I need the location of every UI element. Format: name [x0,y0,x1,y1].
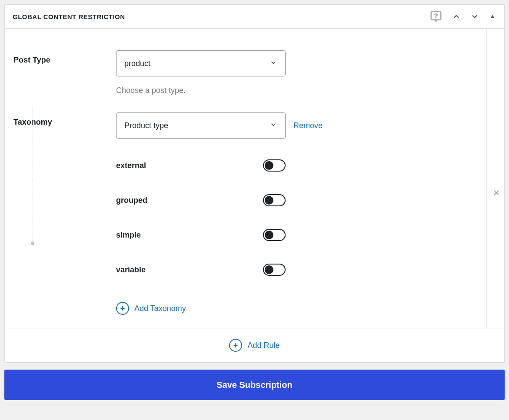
toggle-grouped[interactable] [263,194,286,206]
taxonomy-select-wrap: Product type Remove [116,112,478,139]
content-area: Post Type product Choose a post type. [5,29,487,328]
chevron-down-icon [269,59,277,69]
panel-body: Post Type product Choose a post type. [5,29,504,362]
toggle-simple[interactable] [263,229,286,241]
tree-dot [31,241,34,245]
add-taxonomy-button[interactable]: Add Taxonomy [116,302,478,315]
taxonomy-label: Taxonomy [13,112,116,127]
toggle-knob [265,265,273,274]
add-taxonomy-label: Add Taxonomy [134,304,186,313]
chevron-down-icon[interactable] [470,12,479,21]
taxonomy-option-label: simple [116,231,141,240]
svg-text:?: ? [434,12,438,19]
save-subscription-button[interactable]: Save Subscription [4,370,505,400]
toggle-knob [265,231,273,239]
tree-line [33,106,33,243]
help-icon[interactable]: ? [429,10,442,23]
taxonomy-option-label: external [116,161,146,170]
remove-taxonomy-link[interactable]: Remove [293,121,323,130]
taxonomy-option-row: variable [116,264,286,276]
chevron-up-icon[interactable] [452,12,461,21]
panel-header-actions: ? [429,10,496,23]
taxonomy-option-label: grouped [116,196,147,205]
panel-footer: Add Rule [5,328,504,362]
add-rule-label: Add Rule [247,341,279,350]
post-type-label: Post Type [13,50,116,65]
toggle-knob [265,161,273,170]
taxonomy-option-row: external [116,159,286,172]
close-icon[interactable] [492,188,501,200]
taxonomy-value: Product type [124,121,168,130]
toggle-external[interactable] [263,159,286,172]
taxonomy-row: Taxonomy Product type Remove [13,112,478,276]
post-type-help: Choose a post type. [116,86,478,95]
panel-title: GLOBAL CONTENT RESTRICTION [13,13,125,20]
post-type-row: Post Type product Choose a post type. [13,50,478,95]
taxonomy-select[interactable]: Product type [116,112,286,139]
tree-line [33,243,114,243]
taxonomy-option-row: grouped [116,194,286,206]
taxonomy-option-label: variable [116,265,146,274]
add-rule-button[interactable]: Add Rule [229,339,279,352]
post-type-select[interactable]: product [116,50,286,76]
chevron-down-icon [269,121,277,131]
taxonomy-content: Product type Remove external [116,112,478,276]
plus-icon [116,302,129,315]
toggle-knob [265,196,273,205]
plus-icon [229,339,242,352]
panel-header: GLOBAL CONTENT RESTRICTION ? [5,5,504,29]
taxonomy-option-row: simple [116,229,286,241]
content-restriction-panel: GLOBAL CONTENT RESTRICTION ? [4,4,505,363]
svg-marker-2 [490,15,494,18]
collapse-triangle-icon[interactable] [489,13,496,20]
post-type-content: product Choose a post type. [116,50,478,95]
post-type-value: product [124,59,150,68]
taxonomy-options-list: external grouped simple [116,159,286,276]
toggle-variable[interactable] [263,264,286,276]
